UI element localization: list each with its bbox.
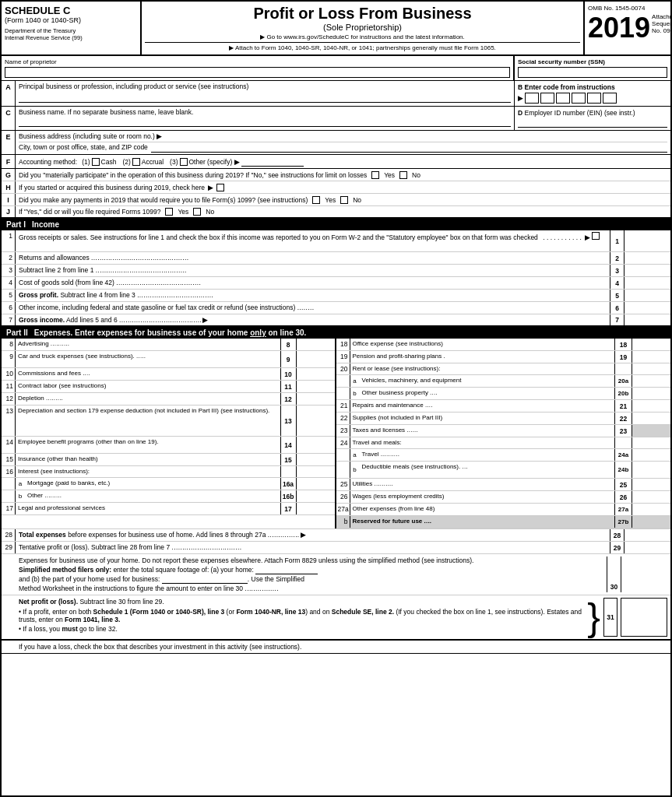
e-zip-input[interactable] (151, 143, 667, 153)
l19-input[interactable] (632, 351, 670, 363)
b-code-box-6[interactable] (603, 93, 617, 104)
l20a-input[interactable] (632, 375, 670, 387)
l19-desc: Pension and profit-sharing plans . (350, 351, 615, 363)
l12-desc: Depletion . . . . . . . . . (16, 393, 280, 405)
line-3-row: 3 Subtract line 2 from line 1 . . . . . … (2, 265, 670, 277)
l17-input[interactable] (296, 503, 335, 514)
l26-input[interactable] (632, 491, 670, 503)
desc-a: Principal business or profession, includ… (16, 81, 514, 106)
line-29-ref: 29 (610, 542, 624, 553)
l13-input[interactable] (296, 406, 335, 436)
line-1-input[interactable] (624, 230, 670, 251)
line-3-desc: Subtract line 2 from line 1 . . . . . . … (16, 265, 610, 276)
l8-input[interactable] (296, 339, 335, 350)
l24b-input[interactable] (632, 462, 670, 478)
l22-input[interactable] (632, 413, 670, 424)
c-input[interactable] (19, 118, 511, 127)
line-7-input[interactable] (624, 314, 670, 325)
name-field: Name of proprietor (2, 56, 515, 80)
line-16a: a Mortgage (paid to banks, etc.) 16a (2, 478, 335, 490)
b-code-box-3[interactable] (556, 93, 570, 104)
f-opt2: (2) Accrual (122, 158, 164, 166)
tax-form-page: SCHEDULE C (Form 1040 or 1040-SR) Depart… (0, 0, 672, 797)
name-ssn-row: Name of proprietor Social security numbe… (2, 56, 670, 81)
l20b-input[interactable] (632, 388, 670, 399)
l20-desc: Rent or lease (see instructions): (350, 363, 615, 374)
i-yes-checkbox[interactable] (312, 196, 320, 204)
l11-input[interactable] (296, 381, 335, 392)
l13-ref: 13 (280, 406, 296, 436)
i-no-checkbox[interactable] (340, 196, 348, 204)
f-other-checkbox[interactable] (180, 158, 188, 166)
e-desc1: Business address (including suite or roo… (19, 132, 667, 142)
l15-input[interactable] (296, 454, 335, 465)
f-accrual-checkbox[interactable] (132, 158, 140, 166)
line-30-input[interactable] (621, 556, 667, 592)
l26-num: 26 (336, 491, 350, 503)
a-input[interactable] (19, 93, 511, 103)
l10-input[interactable] (296, 368, 335, 380)
label-a: A (2, 81, 16, 106)
line-2-input[interactable] (624, 252, 670, 264)
d-input[interactable] (518, 118, 667, 128)
line-3-ref: 3 (610, 265, 624, 276)
l25-input[interactable] (632, 479, 670, 490)
line-31-box-area: 31 (603, 598, 617, 637)
ssn-input[interactable] (518, 67, 667, 78)
line-14: 14 Employee benefit programs (other than… (2, 437, 335, 454)
l18-input[interactable] (632, 339, 670, 350)
f-cash-checkbox[interactable] (92, 158, 100, 166)
l14-input[interactable] (296, 437, 335, 453)
l12-input[interactable] (296, 393, 335, 405)
l16a-input[interactable] (296, 478, 335, 490)
b-code-box-5[interactable] (587, 93, 601, 104)
l24a-input[interactable] (632, 449, 670, 461)
b-code-box-4[interactable] (572, 93, 586, 104)
f-other-input[interactable] (241, 157, 304, 167)
l23-input[interactable] (632, 425, 670, 437)
l16-num: 16 (2, 466, 16, 477)
row-j: J If "Yes," did or will you file require… (2, 206, 670, 219)
row-h: H If you started or acquired this busine… (2, 181, 670, 194)
line-31-input[interactable] (621, 598, 667, 637)
schedule-c-title: SCHEDULE C (5, 5, 137, 16)
line-7-num: 7 (2, 314, 16, 325)
g-no-checkbox[interactable] (399, 171, 407, 179)
l16-empty (280, 466, 296, 477)
g-yes-checkbox[interactable] (371, 171, 379, 179)
line-6-input[interactable] (624, 302, 670, 314)
l21-input[interactable] (632, 400, 670, 412)
line1-checkbox[interactable] (592, 232, 600, 240)
j-yes-checkbox[interactable] (165, 208, 173, 216)
l9-input[interactable] (296, 351, 335, 367)
l16b-input[interactable] (296, 490, 335, 502)
row-f: F Accounting method: (1) Cash (2) Accrua… (2, 155, 670, 169)
l24b-desc: Deductible meals (see instructions). . .… (360, 462, 615, 478)
line-2-row: 2 Returns and allowances . . . . . . . .… (2, 252, 670, 265)
h-checkbox[interactable] (216, 184, 224, 191)
l15-desc: Insurance (other than health) (16, 454, 280, 465)
line-25: 25 Utilities . . . . . . . . . . 25 (336, 479, 671, 491)
l27a-input[interactable] (632, 504, 670, 515)
l24a-desc: Travel . . . . . . . . . . (360, 449, 615, 461)
line-26: 26 Wages (less employment credits) 26 (336, 491, 671, 504)
b-code-box-2[interactable] (540, 93, 554, 104)
line-29-desc: Tentative profit or (loss). Subtract lin… (16, 542, 610, 553)
l24a-ref: 24a (614, 449, 632, 461)
line-3-input[interactable] (624, 265, 670, 276)
f-opt3: (3) Other (specify) ▶ (170, 157, 304, 167)
line-5-row: 5 Gross profit. Subtract line 4 from lin… (2, 290, 670, 302)
label-h: H (2, 181, 16, 193)
l16b-ref: 16b (280, 490, 296, 502)
line-5-input[interactable] (624, 290, 670, 301)
line-29-input[interactable] (624, 542, 670, 553)
line-30-content: Expenses for business use of your home. … (19, 556, 607, 592)
line-28-input[interactable] (624, 529, 670, 541)
name-input[interactable] (5, 67, 510, 78)
line-4-num: 4 (2, 277, 16, 289)
l15-ref: 15 (280, 454, 296, 465)
line-31-row: Net profit or (loss). Subtract line 30 f… (2, 595, 670, 641)
j-no-checkbox[interactable] (193, 208, 201, 216)
b-code-box-1[interactable] (525, 93, 539, 104)
line-4-input[interactable] (624, 277, 670, 289)
